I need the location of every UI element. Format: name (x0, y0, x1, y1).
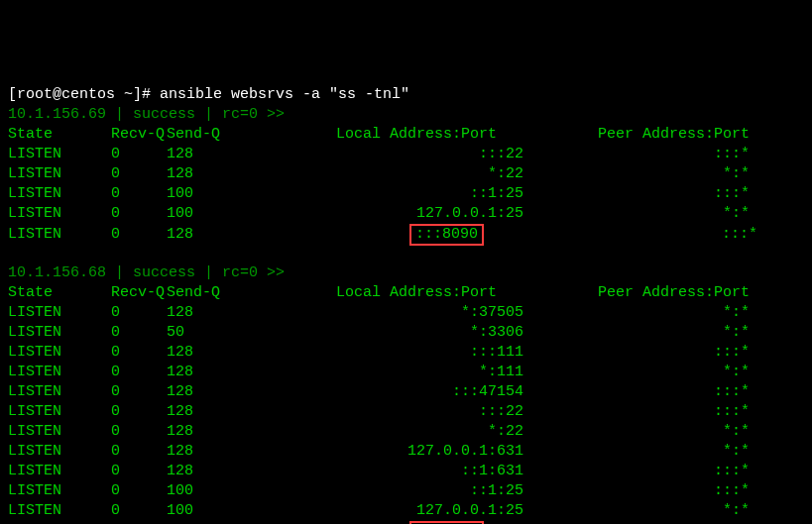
table-row: LISTEN0100::1:25:::* (8, 481, 804, 501)
cell-recvq: 0 (111, 442, 167, 462)
cell-local: 127.0.0.1:25 (309, 501, 523, 521)
cell-state: LISTEN (8, 145, 111, 164)
cell-peer: :::* (523, 462, 750, 481)
header-local: Local Address:Port (309, 283, 523, 303)
cell-state: LISTEN (8, 442, 111, 462)
header-recvq: Recv-Q (111, 283, 167, 303)
cell-sendq: 50 (167, 323, 309, 343)
cell-state: LISTEN (8, 164, 111, 184)
cell-state: LISTEN (8, 462, 111, 481)
cell-peer: :::* (523, 145, 750, 164)
table-row: LISTEN0100::1:25:::* (8, 184, 804, 204)
cell-peer: *:* (523, 204, 750, 224)
cell-peer: *:* (523, 323, 750, 343)
cell-state: LISTEN (8, 402, 111, 422)
table-row: LISTEN0128*:111*:* (8, 363, 804, 382)
cell-local: 127.0.0.1:631 (309, 442, 523, 462)
cell-peer: :::* (523, 184, 750, 204)
cell-local: 127.0.0.1:25 (309, 204, 523, 224)
cell-state: LISTEN (8, 225, 111, 245)
cell-sendq: 100 (167, 184, 309, 204)
header-local: Local Address:Port (309, 125, 523, 145)
shell-prompt: [root@centos ~]# ansible websrvs -a "ss … (8, 85, 804, 105)
cell-local: *:22 (309, 164, 523, 184)
cell-recvq: 0 (111, 481, 167, 501)
cell-state: LISTEN (8, 303, 111, 323)
prompt-userhost: [root@centos (8, 86, 124, 103)
header-peer: Peer Address:Port (523, 125, 750, 145)
table-row: LISTEN0128*:22*:* (8, 164, 804, 184)
cell-recvq: 0 (111, 303, 167, 323)
table-row: LISTEN0128:::47154:::* (8, 382, 804, 402)
table-row: LISTEN0128:::111:::* (8, 343, 804, 363)
table-row: LISTEN0128:::22:::* (8, 402, 804, 422)
header-state: State (8, 283, 111, 303)
cell-peer: *:* (523, 303, 750, 323)
cell-state: LISTEN (8, 204, 111, 224)
header-peer: Peer Address:Port (523, 283, 750, 303)
cell-sendq: 128 (167, 164, 309, 184)
cell-peer: :::* (523, 402, 750, 422)
terminal-output: [root@centos ~]# ansible websrvs -a "ss … (8, 85, 804, 524)
cell-local: ::1:25 (309, 184, 523, 204)
cell-sendq: 128 (167, 382, 309, 402)
cell-sendq: 100 (167, 481, 309, 501)
cell-sendq: 128 (167, 363, 309, 382)
cell-recvq: 0 (111, 164, 167, 184)
table-row: LISTEN0100127.0.0.1:25*:* (8, 501, 804, 521)
cell-recvq: 0 (111, 204, 167, 224)
cell-peer: *:* (523, 422, 750, 442)
cell-sendq: 128 (167, 422, 309, 442)
cell-local-highlight: :::8090 (309, 224, 531, 246)
header-recvq: Recv-Q (111, 125, 167, 145)
host-status-line: 10.1.156.68 | success | rc=0 >> (8, 263, 804, 283)
prompt-path: ~ (124, 86, 133, 103)
cell-local: ::1:25 (309, 481, 523, 501)
cell-recvq: 0 (111, 422, 167, 442)
cell-peer: *:* (523, 164, 750, 184)
header-state: State (8, 125, 111, 145)
cell-recvq: 0 (111, 462, 167, 481)
prompt-close: ]# (133, 86, 160, 103)
cell-local: *:3306 (309, 323, 523, 343)
table-row: LISTEN0128::1:631:::* (8, 462, 804, 481)
table-row: LISTEN0128*:37505*:* (8, 303, 804, 323)
cell-sendq: 128 (167, 343, 309, 363)
cell-state: LISTEN (8, 422, 111, 442)
highlight-box: :::8090 (409, 224, 484, 246)
cell-recvq: 0 (111, 402, 167, 422)
cell-sendq: 128 (167, 442, 309, 462)
cell-peer: :::* (523, 481, 750, 501)
cell-peer: :::* (531, 225, 757, 245)
cell-recvq: 0 (111, 501, 167, 521)
cell-local: :::22 (309, 402, 523, 422)
cell-peer: :::* (523, 382, 750, 402)
table-row: LISTEN0128:::8090:::* (8, 224, 804, 244)
cell-local: :::22 (309, 145, 523, 164)
blank-line (8, 244, 804, 263)
cell-recvq: 0 (111, 145, 167, 164)
cell-peer: :::* (523, 343, 750, 363)
cell-recvq: 0 (111, 225, 167, 245)
cell-sendq: 100 (167, 501, 309, 521)
table-row: LISTEN050*:3306*:* (8, 323, 804, 343)
cell-state: LISTEN (8, 184, 111, 204)
cell-local: *:111 (309, 363, 523, 382)
cell-state: LISTEN (8, 323, 111, 343)
cell-sendq: 128 (167, 402, 309, 422)
cell-sendq: 128 (167, 462, 309, 481)
cell-recvq: 0 (111, 323, 167, 343)
table-row: LISTEN0128127.0.0.1:631*:* (8, 442, 804, 462)
cell-recvq: 0 (111, 382, 167, 402)
cell-recvq: 0 (111, 184, 167, 204)
table-header: StateRecv-QSend-QLocal Address:PortPeer … (8, 283, 804, 303)
table-row: LISTEN0128:::22:::* (8, 145, 804, 164)
cell-sendq: 128 (167, 145, 309, 164)
cell-local: *:22 (309, 422, 523, 442)
cell-state: LISTEN (8, 481, 111, 501)
cell-state: LISTEN (8, 501, 111, 521)
cell-state: LISTEN (8, 343, 111, 363)
cell-local: ::1:631 (309, 462, 523, 481)
cell-state: LISTEN (8, 382, 111, 402)
host-status-line: 10.1.156.69 | success | rc=0 >> (8, 105, 804, 125)
